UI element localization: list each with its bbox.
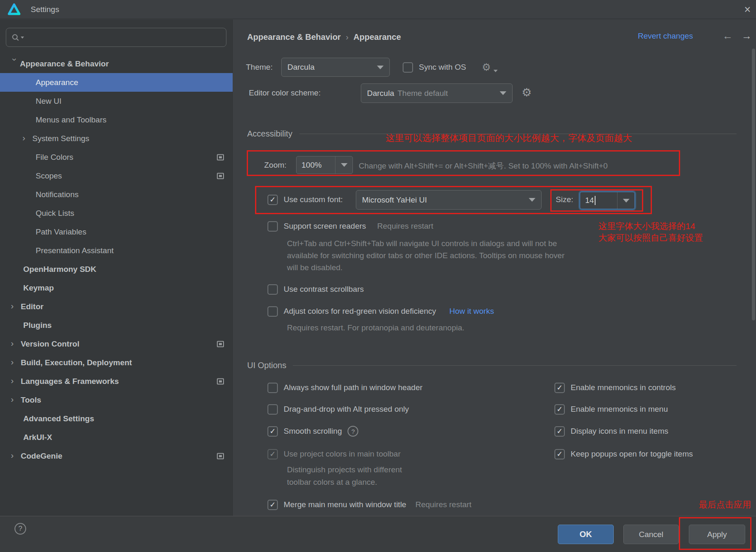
vertical-scrollbar[interactable] bbox=[752, 49, 755, 320]
sidebar-item-label: Notifications bbox=[36, 190, 79, 199]
sidebar-item-label: System Settings bbox=[32, 134, 89, 143]
sidebar-item-system-settings[interactable]: ›System Settings bbox=[0, 129, 233, 148]
zoom-select[interactable]: 100% bbox=[296, 156, 353, 174]
accessibility-section-title: Accessibility bbox=[247, 129, 292, 139]
red-green-checkbox[interactable]: ✓ bbox=[267, 306, 278, 317]
smooth-scrolling-label: Smooth scrolling bbox=[284, 427, 342, 436]
sidebar-item-label: Tools bbox=[21, 396, 41, 405]
app-logo-icon bbox=[7, 3, 21, 18]
chevron-right-icon[interactable]: › bbox=[11, 301, 21, 311]
chevron-down-icon bbox=[500, 91, 506, 95]
merge-menu-checkbox[interactable]: ✓ bbox=[267, 500, 278, 510]
sidebar-item-codegenie[interactable]: ›CodeGenie bbox=[0, 447, 233, 465]
sidebar-item-label: Menus and Toolbars bbox=[36, 115, 107, 125]
sidebar-item-appearance-behavior[interactable]: ›Appearance & Behavior bbox=[0, 54, 233, 73]
sidebar-item-notifications[interactable]: Notifications bbox=[0, 185, 233, 204]
help-icon[interactable]: ? bbox=[348, 426, 358, 437]
sidebar-item-presentation-assistant[interactable]: Presentation Assistant bbox=[0, 241, 233, 260]
merge-menu-label: Merge main menu with window title bbox=[284, 500, 406, 509]
breadcrumb-parent[interactable]: Appearance & Behavior bbox=[247, 32, 341, 42]
mnemonics-controls-checkbox[interactable]: ✓ bbox=[554, 383, 565, 393]
screen-icon bbox=[217, 378, 224, 384]
breadcrumb: Appearance & Behavior › Appearance bbox=[247, 31, 401, 43]
font-size-combobox[interactable]: 14 bbox=[580, 192, 635, 209]
close-icon[interactable]: × bbox=[739, 0, 756, 19]
sidebar-item-file-colors[interactable]: File Colors bbox=[0, 148, 233, 166]
chevron-down-icon bbox=[617, 192, 634, 209]
color-scheme-select[interactable]: Darcula Theme default bbox=[361, 83, 513, 103]
chevron-right-icon[interactable]: › bbox=[22, 133, 32, 143]
full-path-label: Always show full path in window header bbox=[284, 383, 423, 392]
text-caret bbox=[595, 196, 596, 205]
how-it-works-link[interactable]: How it works bbox=[450, 307, 494, 316]
sidebar-item-new-ui[interactable]: New UI bbox=[0, 92, 233, 110]
screen-readers-description: Ctrl+Tab and Ctrl+Shift+Tab will navigat… bbox=[287, 237, 564, 274]
project-colors-checkbox[interactable]: ✓ bbox=[267, 449, 278, 459]
sidebar-item-label: Advanced Settings bbox=[23, 414, 94, 423]
chevron-right-icon[interactable]: › bbox=[11, 376, 21, 386]
contrast-scrollbars-checkbox[interactable]: ✓ bbox=[267, 284, 278, 295]
chevron-right-icon[interactable]: › bbox=[11, 357, 21, 367]
forward-arrow-icon[interactable]: → bbox=[741, 30, 752, 42]
sidebar-item-path-variables[interactable]: Path Variables bbox=[0, 222, 233, 241]
sidebar-item-version-control[interactable]: ›Version Control bbox=[0, 335, 233, 353]
screen-icon bbox=[217, 453, 224, 459]
gear-dropdown-arrow-icon bbox=[493, 70, 498, 72]
screen-icon bbox=[217, 173, 224, 179]
search-box[interactable] bbox=[6, 28, 226, 47]
sidebar-item-label: File Colors bbox=[36, 153, 73, 162]
project-colors-label: Use project colors in main toolbar bbox=[284, 449, 401, 459]
screen-readers-suffix: Requires restart bbox=[377, 222, 433, 231]
chevron-right-icon[interactable]: › bbox=[11, 394, 21, 404]
chevron-down-icon[interactable]: › bbox=[10, 58, 20, 68]
theme-select[interactable]: Darcula bbox=[281, 58, 390, 77]
revert-changes-link[interactable]: Revert changes bbox=[638, 32, 693, 41]
scheme-gear-icon[interactable]: ⚙ bbox=[522, 87, 532, 98]
screen-readers-label: Support screen readers bbox=[284, 222, 366, 231]
font-family-select[interactable]: Microsoft YaHei UI bbox=[356, 190, 542, 210]
zoom-value: 100% bbox=[297, 156, 335, 173]
sidebar-item-keymap[interactable]: Keymap bbox=[0, 278, 233, 297]
popups-toggle-label: Keep popups open for toggle items bbox=[571, 449, 693, 459]
cancel-button[interactable]: Cancel bbox=[623, 525, 679, 544]
smooth-scrolling-checkbox[interactable]: ✓ bbox=[267, 426, 278, 437]
help-icon[interactable]: ? bbox=[15, 523, 26, 535]
chevron-right-icon[interactable]: › bbox=[11, 338, 21, 348]
sidebar-item-advanced-settings[interactable]: Advanced Settings bbox=[0, 409, 233, 428]
popups-toggle-checkbox[interactable]: ✓ bbox=[554, 449, 565, 459]
sidebar-item-label: ArkUI-X bbox=[23, 433, 52, 442]
sidebar-item-plugins[interactable]: Plugins bbox=[0, 316, 233, 335]
menu-icons-checkbox[interactable]: ✓ bbox=[554, 426, 565, 437]
sidebar-item-editor[interactable]: ›Editor bbox=[0, 297, 233, 316]
full-path-checkbox[interactable]: ✓ bbox=[267, 383, 278, 393]
back-arrow-icon[interactable]: ← bbox=[722, 30, 733, 42]
breadcrumb-current: Appearance bbox=[353, 32, 401, 42]
sidebar-item-tools[interactable]: ›Tools bbox=[0, 391, 233, 409]
apply-button[interactable]: Apply bbox=[689, 525, 745, 544]
theme-gear-icon[interactable]: ⚙ bbox=[482, 62, 491, 72]
sidebar-item-appearance[interactable]: Appearance bbox=[0, 73, 233, 92]
sidebar-item-scopes[interactable]: Scopes bbox=[0, 166, 233, 185]
sidebar-item-arkui-x[interactable]: ArkUI-X bbox=[0, 428, 233, 447]
project-colors-description: Distinguish projects with different tool… bbox=[287, 464, 402, 488]
ok-button[interactable]: OK bbox=[558, 525, 614, 544]
search-input[interactable] bbox=[29, 33, 221, 42]
mnemonics-menu-checkbox[interactable]: ✓ bbox=[554, 404, 565, 415]
merge-menu-suffix: Requires restart bbox=[416, 500, 472, 509]
screen-readers-checkbox[interactable]: ✓ bbox=[267, 221, 278, 232]
drag-drop-label: Drag-and-drop with Alt pressed only bbox=[284, 405, 409, 414]
sync-with-os-checkbox[interactable]: ✓ bbox=[403, 62, 413, 73]
drag-drop-checkbox[interactable]: ✓ bbox=[267, 404, 278, 415]
sidebar-item-label: Presentation Assistant bbox=[36, 246, 114, 255]
use-custom-font-checkbox[interactable]: ✓ bbox=[267, 195, 278, 205]
chevron-right-icon[interactable]: › bbox=[11, 450, 21, 460]
annotation-zoom-note: 这里可以选择整体项目页面的大小比例越大，字体及页面越大 bbox=[386, 132, 632, 144]
sidebar-item-openharmony-sdk[interactable]: OpenHarmony SDK bbox=[0, 260, 233, 278]
sidebar-item-menus-and-toolbars[interactable]: Menus and Toolbars bbox=[0, 110, 233, 129]
sidebar-item-label: Build, Execution, Deployment bbox=[21, 358, 132, 367]
sidebar-item-quick-lists[interactable]: Quick Lists bbox=[0, 204, 233, 222]
ui-options-section-title: UI Options bbox=[247, 361, 286, 370]
sidebar-item-languages-frameworks[interactable]: ›Languages & Frameworks bbox=[0, 372, 233, 391]
sidebar-item-build-execution-deployment[interactable]: ›Build, Execution, Deployment bbox=[0, 353, 233, 372]
sidebar-item-label: OpenHarmony SDK bbox=[23, 265, 96, 274]
